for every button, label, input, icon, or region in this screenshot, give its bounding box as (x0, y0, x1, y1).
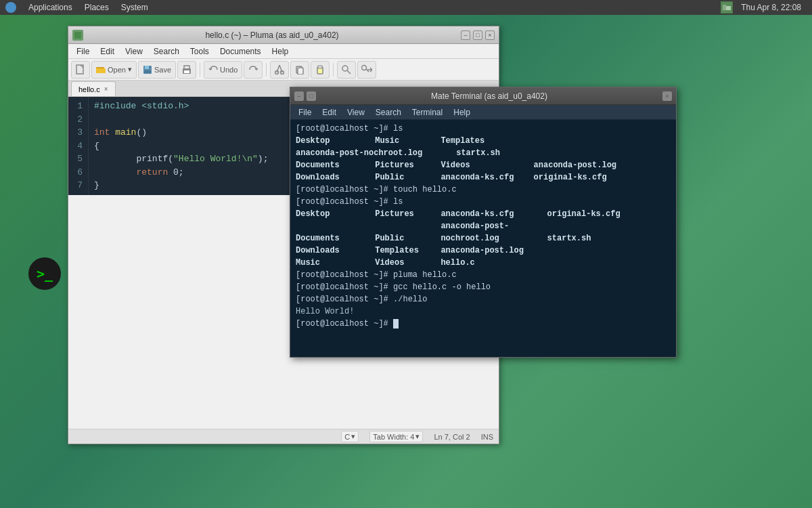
tab-width-label: Tab Width: 4 (373, 433, 414, 441)
svg-line-21 (347, 70, 351, 74)
pluma-tab-hello[interactable]: hello.c × (71, 81, 116, 96)
pluma-window-buttons: – □ × (461, 30, 495, 40)
applications-menu[interactable]: Applications (23, 1, 78, 14)
tab-label: hello.c (78, 85, 100, 93)
language-label: C (344, 433, 350, 441)
terminal-maximize-button[interactable]: □ (307, 91, 316, 101)
pluma-close-button[interactable]: × (485, 30, 495, 40)
svg-point-22 (362, 65, 367, 70)
undo-button[interactable]: Undo (204, 61, 242, 79)
svg-rect-0 (723, 5, 726, 10)
titlebar-left-buttons (72, 30, 83, 41)
terminal-icon-bg: >_ (28, 257, 61, 290)
svg-rect-11 (184, 70, 189, 73)
terminal-menu-search[interactable]: Search (370, 106, 407, 119)
pluma-toolbar: Open ▾ Save Undo (68, 59, 499, 81)
language-selector[interactable]: C ▾ (341, 431, 359, 442)
terminal-line-7: Desktop Pictures anaconda-ks.cfg origina… (296, 208, 671, 220)
cursor-position: Ln 7, Col 2 (434, 433, 470, 441)
desktop-terminal-icon[interactable]: >_ (27, 256, 62, 291)
print-button[interactable] (177, 61, 196, 79)
svg-rect-1 (726, 6, 731, 10)
svg-point-20 (342, 66, 348, 71)
paste-button[interactable] (311, 61, 330, 79)
find-button[interactable] (337, 61, 356, 79)
panel-logo (0, 1, 22, 14)
copy-button[interactable] (290, 61, 309, 79)
tab-width-selector[interactable]: Tab Width: 4 ▾ (369, 431, 423, 442)
svg-rect-2 (74, 32, 81, 39)
pluma-title: hello.c (~) – Pluma (as aid_u0_a402) (83, 30, 461, 40)
toolbar-separator-3 (333, 63, 334, 77)
pluma-window-icon (72, 30, 83, 41)
pluma-menu-documents[interactable]: Documents (215, 45, 267, 58)
terminal-window-buttons-right: × (662, 91, 672, 101)
terminal-line-13: [root@localhost ~]# ./hello (296, 293, 671, 305)
terminal-line-3: Documents Pictures Videos anaconda-post.… (296, 159, 671, 171)
terminal-line-15: [root@localhost ~]# (296, 318, 671, 330)
places-menu[interactable]: Places (79, 1, 114, 14)
terminal-menu-terminal[interactable]: Terminal (407, 106, 448, 119)
open-button[interactable]: Open ▾ (91, 61, 137, 79)
terminal-line-8: Documents Public anaconda-post-nochroot.… (296, 220, 671, 245)
new-button[interactable] (71, 61, 90, 79)
terminal-titlebar: – □ Mate Terminal (as aid_u0_a402) × (290, 87, 676, 105)
cut-button[interactable] (270, 61, 289, 79)
terminal-window: – □ Mate Terminal (as aid_u0_a402) × Fil… (290, 87, 677, 358)
terminal-line-5: [root@localhost ~]# touch hello.c (296, 184, 671, 196)
language-arrow: ▾ (351, 432, 355, 441)
toolbar-separator-1 (200, 63, 200, 77)
terminal-line-2: Desktop Music Templates anaconda-post-no… (296, 135, 671, 159)
terminal-line-10: Music Videos hello.c (296, 257, 671, 269)
pluma-menu-bar: File Edit View Search Tools Documents He… (68, 44, 499, 59)
svg-rect-19 (318, 66, 322, 68)
terminal-line-12: [root@localhost ~]# gcc hello.c -o hello (296, 281, 671, 293)
line-numbers: 1 2 3 4 5 6 7 (68, 97, 89, 195)
logo-icon (5, 2, 16, 13)
file-manager-icon[interactable] (721, 1, 733, 14)
system-menu[interactable]: System (116, 1, 154, 14)
redo-button[interactable] (244, 61, 263, 79)
pluma-titlebar: hello.c (~) – Pluma (as aid_u0_a402) – □… (68, 26, 499, 44)
svg-rect-5 (96, 68, 106, 73)
pluma-maximize-button[interactable]: □ (473, 30, 482, 40)
terminal-line-6: [root@localhost ~]# ls (296, 196, 671, 208)
terminal-line-11: [root@localhost ~]# pluma hello.c (296, 269, 671, 281)
pluma-menu-tools[interactable]: Tools (185, 45, 215, 58)
terminal-line-9: Downloads Templates anaconda-post.log (296, 245, 671, 257)
top-panel-left: Applications Places System (0, 1, 154, 14)
terminal-content[interactable]: [root@localhost ~]# ls Desktop Music Tem… (290, 120, 676, 357)
top-panel: Applications Places System Thu Apr 8, 22… (0, 0, 812, 15)
save-button[interactable]: Save (138, 61, 176, 79)
terminal-menu-edit[interactable]: Edit (317, 106, 342, 119)
terminal-minimize-button[interactable]: – (294, 91, 304, 101)
tab-close-button[interactable]: × (104, 85, 108, 93)
pluma-menu-search[interactable]: Search (148, 45, 185, 58)
svg-rect-7 (145, 66, 149, 69)
terminal-menu-view[interactable]: View (342, 106, 370, 119)
edit-mode: INS (481, 433, 493, 441)
pluma-status-bar: C ▾ Tab Width: 4 ▾ Ln 7, Col 2 INS (68, 429, 499, 444)
terminal-title: Mate Terminal (as aid_u0_a402) (316, 91, 662, 101)
terminal-menu-file[interactable]: File (293, 106, 317, 119)
terminal-line-4: Downloads Public anaconda-ks.cfg origina… (296, 171, 671, 184)
top-panel-right: Thu Apr 8, 22:08 (721, 1, 812, 14)
toolbar-separator-2 (266, 63, 267, 77)
terminal-line-1: [root@localhost ~]# ls (296, 123, 671, 135)
terminal-menu-help[interactable]: Help (448, 106, 476, 119)
svg-rect-17 (298, 68, 303, 75)
terminal-window-buttons-left: – □ (294, 91, 316, 101)
clock: Thu Apr 8, 22:08 (736, 1, 807, 14)
pluma-menu-view[interactable]: View (120, 45, 148, 58)
pluma-minimize-button[interactable]: – (461, 30, 470, 40)
pluma-menu-file[interactable]: File (71, 45, 95, 58)
terminal-close-button[interactable]: × (662, 91, 672, 101)
pluma-menu-edit[interactable]: Edit (95, 45, 120, 58)
pluma-menu-help[interactable]: Help (267, 45, 294, 58)
replace-button[interactable] (357, 61, 376, 79)
terminal-line-14: Hello World! (296, 305, 671, 318)
tab-width-arrow: ▾ (415, 432, 420, 441)
terminal-menu-bar: File Edit View Search Terminal Help (290, 105, 676, 120)
svg-rect-10 (184, 66, 189, 69)
svg-rect-8 (144, 70, 151, 73)
